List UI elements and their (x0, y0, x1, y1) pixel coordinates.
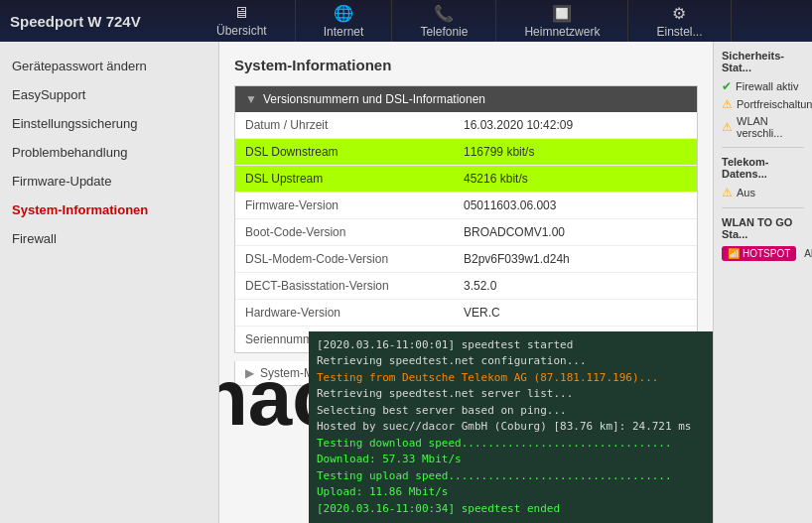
sidebar-item-firewall[interactable]: Firewall (0, 224, 218, 253)
row-value: VER.C (454, 300, 510, 326)
tab-heimnetzwerk[interactable]: 🔲 Heimnetzwerk (496, 0, 628, 42)
sicherheits-title: Sicherheits-Stat... (722, 50, 804, 73)
tab-uebersicht-label: Übersicht (216, 24, 267, 38)
telekom-label: Aus (737, 187, 755, 198)
uebersicht-icon: 🖥 (233, 4, 249, 22)
wlan-label: WLAN verschli... (737, 115, 804, 139)
main-layout: Gerätepasswort ändern EasySupport Einste… (0, 42, 812, 523)
tab-internet[interactable]: 🌐 Internet (296, 0, 393, 42)
warn-icon-2: ⚠ (722, 120, 733, 134)
tab-telefonie-label: Telefonie (420, 25, 468, 39)
terminal-line: Testing from Deutsche Telekom AG (87.181… (317, 370, 713, 387)
nav-tabs: 🖥 Übersicht 🌐 Internet 📞 Telefonie 🔲 Hei… (189, 0, 802, 42)
row-label: Firmware-Version (235, 193, 454, 218)
tab-einstellungen[interactable]: ⚙ Einstel... (628, 0, 731, 42)
right-panel: Sicherheits-Stat... ✔ Firewall aktiv ⚠ P… (713, 42, 812, 523)
warn-icon-3: ⚠ (722, 186, 733, 199)
check-icon: ✔ (722, 79, 732, 93)
terminal-line: Hosted by suec//dacor GmbH (Coburg) [83.… (317, 419, 713, 436)
terminal-line: Upload: 11.86 Mbit/s (317, 484, 713, 501)
hotspot-label: HOTSPOT (743, 248, 790, 259)
divider-2 (722, 207, 804, 208)
section-header[interactable]: ▼ Versionsnummern und DSL-Informationen (235, 86, 697, 112)
sidebar-item-firmware-update[interactable]: Firmware-Update (0, 167, 218, 196)
wifi-icon: 📶 (728, 248, 740, 259)
tab-einstellungen-label: Einstel... (656, 25, 702, 39)
terminal-line: Testing download speed..................… (317, 436, 713, 453)
portfreischaltung-label: Portfreischaltun... (737, 98, 812, 110)
hotspot-badge: 📶 HOTSPOT (722, 246, 796, 261)
hotspot-item: 📶 HOTSPOT Akt... (722, 246, 804, 261)
collapse-icon: ▼ (245, 92, 257, 106)
row-value: B2pv6F039w1.d24h (454, 246, 580, 272)
internet-icon: 🌐 (334, 4, 353, 23)
sidebar-item-problembehandlung[interactable]: Problembehandlung (0, 138, 218, 167)
wlan-status: ⚠ WLAN verschli... (722, 115, 804, 139)
tab-internet-label: Internet (324, 25, 364, 39)
heimnetzwerk-icon: 🔲 (552, 4, 572, 23)
firewall-label: Firewall aktiv (736, 80, 799, 92)
terminal-line: Retrieving speedtest.net server list... (317, 386, 713, 403)
row-label: DSL Downstream (235, 139, 454, 165)
sidebar-item-easysupport[interactable]: EasySupport (0, 80, 218, 109)
telekom-title: Telekom-Datens... (722, 156, 804, 180)
terminal-line: Retrieving speedtest.net configuration..… (317, 353, 713, 370)
terminal-line: Selecting best server based on ping... (317, 403, 713, 420)
wlan-go-title: WLAN TO GO Sta... (722, 216, 804, 240)
row-label: DSL Upstream (235, 166, 454, 192)
firewall-status: ✔ Firewall aktiv (722, 79, 804, 93)
tab-telefonie[interactable]: 📞 Telefonie (392, 0, 496, 42)
terminal-line: Testing upload speed....................… (317, 468, 713, 485)
sidebar-item-geraetepasswort[interactable]: Gerätepasswort ändern (0, 52, 218, 80)
content-area: System-Informationen ▼ Versionsnummern u… (219, 42, 713, 523)
sidebar-item-system-informationen[interactable]: System-Informationen (0, 196, 218, 224)
telefonie-icon: 📞 (434, 4, 454, 23)
table-row: DECT-Basisstation-Version 3.52.0 (235, 273, 697, 300)
table-row: Firmware-Version 05011603.06.003 (235, 193, 697, 219)
row-value: 05011603.06.003 (454, 193, 566, 218)
section-title: Versionsnummern und DSL-Informationen (263, 92, 485, 106)
row-value: 3.52.0 (454, 273, 506, 299)
einstellungen-icon: ⚙ (672, 4, 686, 23)
table-row: DSL-Modem-Code-Version B2pv6F039w1.d24h (235, 246, 697, 273)
row-label: DECT-Basisstation-Version (235, 273, 454, 299)
row-value: BROADCOMV1.00 (454, 219, 575, 245)
divider-1 (722, 147, 804, 148)
portfreischaltung-status: ⚠ Portfreischaltun... (722, 97, 804, 111)
telekom-status: ⚠ Aus (722, 186, 804, 199)
terminal-overlay: [2020.03.16-11:00:01] speedtest startedR… (309, 331, 713, 524)
tab-heimnetzwerk-label: Heimnetzwerk (524, 25, 600, 39)
row-value: 16.03.2020 10:42:09 (454, 112, 583, 138)
table-row: DSL Upstream 45216 kbit/s (235, 166, 697, 193)
page-title: System-Informationen (234, 57, 698, 73)
row-value: 116799 kbit/s (454, 139, 544, 165)
sidebar-item-einstellungssicherung[interactable]: Einstellungssicherung (0, 109, 218, 138)
row-label: Boot-Code-Version (235, 219, 454, 245)
row-label: Hardware-Version (235, 300, 454, 326)
table-row: Datum / Uhrzeit 16.03.2020 10:42:09 (235, 112, 697, 139)
sidebar: Gerätepasswort ändern EasySupport Einste… (0, 42, 219, 523)
logo: Speedport W 724V (10, 13, 169, 30)
header: Speedport W 724V 🖥 Übersicht 🌐 Internet … (0, 0, 812, 42)
warn-icon: ⚠ (722, 97, 733, 111)
terminal-line: [2020.03.16-11:00:34] speedtest ended (317, 501, 713, 518)
row-label: Datum / Uhrzeit (235, 112, 454, 138)
terminal-line: Download: 57.33 Mbit/s (317, 452, 713, 468)
info-section: ▼ Versionsnummern und DSL-Informationen … (234, 85, 698, 353)
expand-icon: ▶ (245, 366, 254, 380)
hotspot-status: Akt... (804, 248, 812, 259)
table-row: Boot-Code-Version BROADCOMV1.00 (235, 219, 697, 246)
terminal-line: [2020.03.16-11:00:01] speedtest started (317, 337, 713, 354)
tab-uebersicht[interactable]: 🖥 Übersicht (189, 0, 296, 42)
table-row: Hardware-Version VER.C (235, 300, 697, 327)
table-row: DSL Downstream 116799 kbit/s (235, 139, 697, 166)
row-value: 45216 kbit/s (454, 166, 538, 192)
row-label: DSL-Modem-Code-Version (235, 246, 454, 272)
